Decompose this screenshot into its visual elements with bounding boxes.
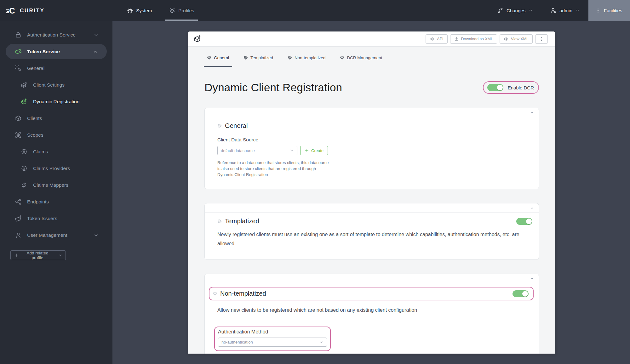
brand-name: CURITY xyxy=(20,8,44,14)
gear-icon xyxy=(217,219,222,224)
section-collapse-bar[interactable] xyxy=(205,108,539,117)
authentication-method-select[interactable]: no-authentication xyxy=(218,338,327,347)
top-right-controls: Changes admin Facilities xyxy=(489,0,630,21)
view-xml-button[interactable]: View XML xyxy=(500,34,533,44)
create-datasource-button[interactable]: Create xyxy=(300,146,328,155)
enable-dcr-control: Enable DCR xyxy=(483,81,539,94)
svg-text:C: C xyxy=(9,6,15,15)
top-tabs: System Profiles xyxy=(123,0,198,21)
dcr-tabs: General Templatized Non-templatized DCR … xyxy=(188,47,555,69)
sidebar-item-endpoints[interactable]: Endpoints xyxy=(0,193,112,210)
sidebar-item-authentication-service[interactable]: Authentication Service xyxy=(0,26,112,43)
chevron-down-icon xyxy=(94,233,99,238)
sidebar-item-token-service[interactable]: Token Service xyxy=(6,44,107,59)
client-data-source-label: Client Data Source xyxy=(217,137,532,143)
chevron-down-icon xyxy=(528,8,533,13)
box-plus-icon xyxy=(193,35,202,43)
chevron-down-icon xyxy=(94,32,99,37)
user-menu[interactable]: admin xyxy=(541,0,588,21)
enable-dcr-toggle[interactable] xyxy=(487,84,503,91)
gear-icon xyxy=(207,55,211,60)
more-options-button[interactable] xyxy=(535,34,548,44)
templatized-toggle[interactable] xyxy=(516,218,532,225)
api-nodes-icon xyxy=(430,37,435,42)
client-data-source-select[interactable]: default-datasource xyxy=(217,146,297,155)
non-templatized-toggle[interactable] xyxy=(513,290,529,297)
dcr-settings-card: API Download as XML View XML xyxy=(188,31,555,354)
sidebar-item-token-issuers[interactable]: Token Issuers xyxy=(0,210,112,227)
chevron-up-icon xyxy=(530,206,534,210)
claims-provider-icon xyxy=(20,165,28,172)
non-templatized-highlight: Non-templatized xyxy=(209,287,534,300)
api-button[interactable]: API xyxy=(426,34,447,44)
user-gear-icon xyxy=(550,7,557,14)
chevron-up-icon xyxy=(530,276,534,281)
card-header-actions: API Download as XML View XML xyxy=(426,34,548,44)
claims-list-icon xyxy=(20,148,28,155)
box-icon xyxy=(14,115,22,122)
chevron-down-icon xyxy=(319,340,324,344)
sidebar-item-general[interactable]: General xyxy=(0,60,112,77)
sidebar-item-claims-mappers[interactable]: Claims Mappers xyxy=(0,177,112,193)
sidebar-item-dynamic-registration[interactable]: Dynamic Registration xyxy=(0,93,112,110)
lock-icon xyxy=(14,31,22,38)
section-non-templatized: Non-templatized Allow new clients to be … xyxy=(204,274,539,354)
curity-c-mark: C xyxy=(6,6,17,15)
page-title: Dynamic Client Registration xyxy=(204,81,342,94)
tab-system[interactable]: System xyxy=(123,0,156,21)
user-icon xyxy=(14,232,22,239)
section-heading: Non-templatized xyxy=(220,290,266,297)
share-nodes-icon xyxy=(14,198,22,205)
add-related-profile-button[interactable]: Add related profile xyxy=(10,250,66,260)
gear-icon xyxy=(213,291,217,296)
facilities-button[interactable]: Facilities xyxy=(588,0,630,21)
section-general: General Client Data Source default-datas… xyxy=(204,108,539,189)
authentication-method-highlight: Authentication Method no-authentication xyxy=(214,327,331,351)
sidebar-item-claims[interactable]: Claims xyxy=(0,143,112,160)
tab-general[interactable]: General xyxy=(204,47,232,69)
templatized-description: Newly registered clients must use an exi… xyxy=(217,230,531,248)
download-as-xml-button[interactable]: Download as XML xyxy=(450,34,497,44)
plus-icon xyxy=(305,148,309,153)
chevron-down-icon xyxy=(575,8,580,13)
section-collapse-bar[interactable] xyxy=(205,203,539,213)
sidebar-item-clients[interactable]: Clients xyxy=(0,110,112,127)
ticket-plus-icon xyxy=(14,215,22,222)
gear-icon xyxy=(127,8,133,14)
eye-icon xyxy=(504,37,509,42)
curity-logo[interactable]: C CURITY xyxy=(0,0,44,21)
scope-icon xyxy=(14,131,22,139)
kebab-dots-icon xyxy=(539,37,544,42)
tab-templatized[interactable]: Templatized xyxy=(240,47,276,69)
sidebar-item-scopes[interactable]: Scopes xyxy=(0,127,112,143)
section-collapse-bar[interactable] xyxy=(205,274,539,283)
tab-dcr-management[interactable]: DCR Management xyxy=(337,47,385,69)
profile-sidebar: Authentication Service Token Service Gen… xyxy=(0,21,112,364)
changes-menu[interactable]: Changes xyxy=(489,0,541,21)
section-heading: Templatized xyxy=(225,218,259,225)
non-templatized-description: Allow new clients to be registered which… xyxy=(217,305,531,315)
chevron-down-icon xyxy=(58,253,62,257)
tab-non-templatized[interactable]: Non-templatized xyxy=(284,47,329,69)
box-gear-icon xyxy=(20,82,28,88)
client-data-source-help: Reference to a datasource that stores cl… xyxy=(217,160,532,178)
gear-icon xyxy=(217,123,222,128)
main-content-area: API Download as XML View XML xyxy=(112,21,630,364)
gear-icon xyxy=(288,55,292,60)
git-branch-icon xyxy=(497,7,504,14)
section-heading: General xyxy=(225,122,248,129)
download-icon xyxy=(454,37,459,41)
section-templatized: Templatized Newly registered clients mus… xyxy=(204,203,539,260)
enable-dcr-label: Enable DCR xyxy=(508,85,534,90)
tab-profiles[interactable]: Profiles xyxy=(165,0,198,21)
profiles-layers-icon xyxy=(169,7,175,14)
authentication-method-label: Authentication Method xyxy=(218,329,327,335)
gear-icon xyxy=(340,55,344,60)
sidebar-item-client-settings[interactable]: Client Settings xyxy=(0,77,112,93)
card-header: API Download as XML View XML xyxy=(188,31,555,47)
chevron-up-icon xyxy=(530,111,534,115)
plus-icon xyxy=(14,253,19,258)
sidebar-item-user-management[interactable]: User Management xyxy=(0,227,112,243)
swap-arrows-icon xyxy=(20,182,28,189)
sidebar-item-claims-providers[interactable]: Claims Providers xyxy=(0,160,112,177)
